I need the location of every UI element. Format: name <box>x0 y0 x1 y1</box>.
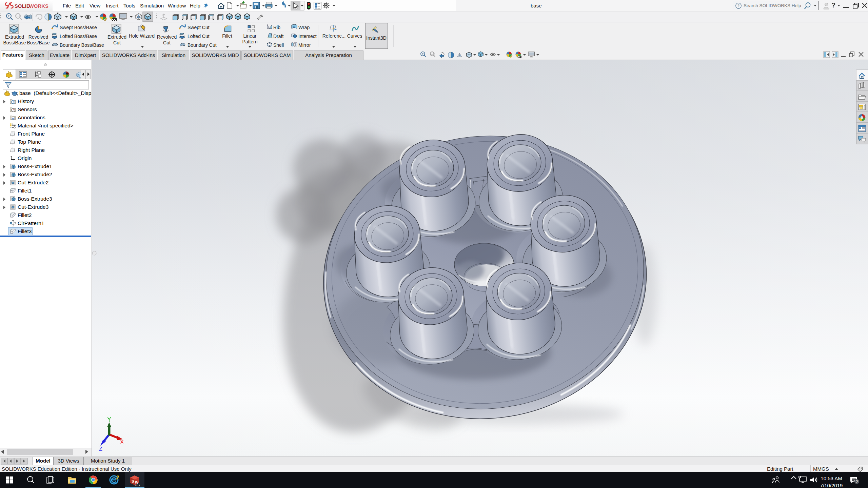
svg-text:A: A <box>12 117 14 120</box>
svg-text:WORKS: WORKS <box>29 3 48 9</box>
svg-text:SOLID: SOLID <box>15 3 30 9</box>
svg-text:S: S <box>132 479 134 483</box>
svg-text:2: 2 <box>856 480 858 484</box>
svg-text:?: ? <box>737 3 739 8</box>
svg-text:W: W <box>135 480 139 484</box>
svg-text:7/10/2019: 7/10/2019 <box>820 483 843 488</box>
svg-text:2018: 2018 <box>135 484 140 487</box>
svg-text:A: A <box>459 54 461 57</box>
svg-text:10:53 AM: 10:53 AM <box>821 475 842 481</box>
